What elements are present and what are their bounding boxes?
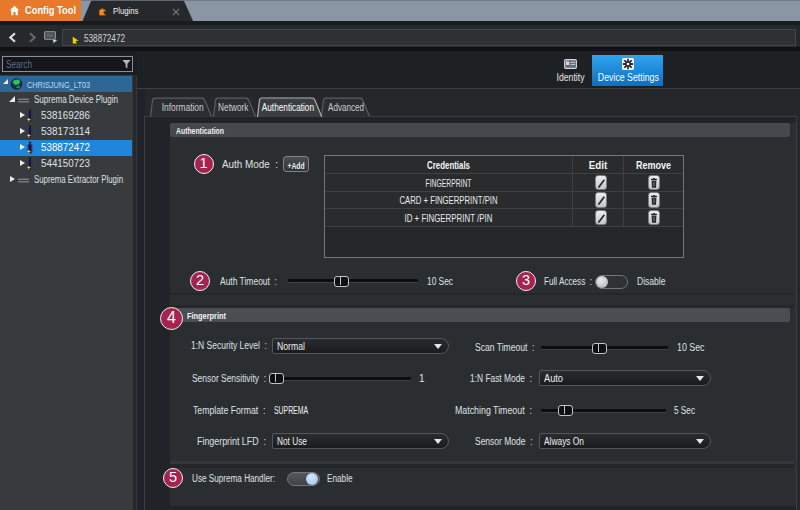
- svg-text:Advanced: Advanced: [328, 102, 364, 113]
- svg-text:Network: Network: [218, 102, 249, 113]
- svg-text:Authentication: Authentication: [262, 102, 314, 113]
- svg-text:Information: Information: [162, 102, 204, 113]
